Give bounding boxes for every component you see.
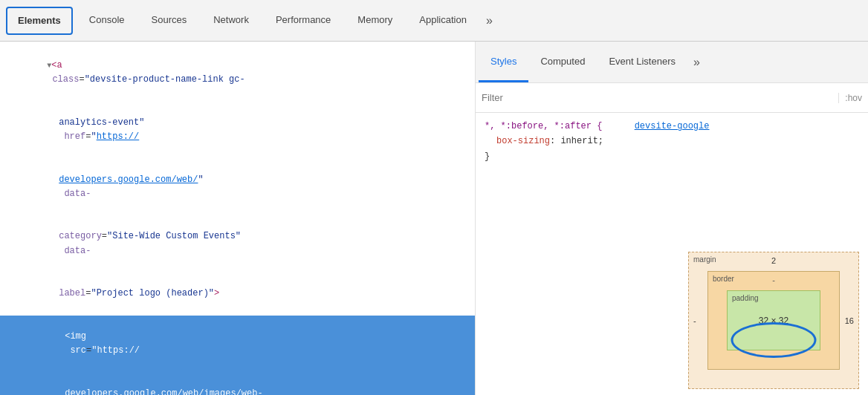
border-label: border — [713, 275, 734, 283]
html-line-cont2: developers.google.com/web/" data- — [0, 159, 475, 216]
border-top-value: - — [772, 275, 775, 284]
img-tag: <img — [65, 331, 86, 342]
tab-network[interactable]: Network — [200, 0, 262, 41]
hover-hint: :hov — [838, 93, 862, 103]
tab-overflow[interactable]: » — [480, 0, 499, 41]
html-line: ▼<a class="devsite-product-name-link gc- — [0, 45, 475, 102]
right-panel: Styles Computed Event Listeners » :hov *… — [476, 42, 868, 395]
img-url-part1: developers.google.com/web/images/web- — [65, 388, 262, 396]
html-line-selected[interactable]: <img src="https:// — [0, 316, 475, 373]
attr-data-category: data- — [59, 189, 91, 199]
html-line-cont1: analytics-event" href="https:// — [0, 102, 475, 159]
subtab-computed[interactable]: Computed — [528, 42, 597, 82]
css-rule-close: } — [485, 149, 859, 164]
subtab-styles[interactable]: Styles — [479, 42, 528, 82]
subtab-overflow[interactable]: » — [687, 42, 706, 82]
tab-elements[interactable]: Elements — [6, 7, 73, 35]
subtab-event-listeners[interactable]: Event Listeners — [597, 42, 687, 82]
css-close-brace: } — [485, 151, 490, 162]
box-model: margin 2 16 - border - padding 32 × 32 — [688, 252, 859, 389]
tag-open: <a — [51, 60, 62, 71]
tab-memory[interactable]: Memory — [344, 0, 406, 41]
css-val-inherit: inherit — [560, 136, 597, 146]
css-rule-universal: *, *:before, *:after { devsite-google bo… — [485, 119, 859, 164]
img-src-val: "https:// — [91, 345, 140, 356]
margin-right-value: 16 — [845, 316, 854, 325]
attr-href-close: " — [198, 174, 203, 185]
box-model-container: margin 2 16 - border - padding 32 × 32 — [476, 246, 868, 395]
html-line-cont3: category="Site-Wide Custom Events" data- — [0, 215, 475, 272]
padding-label: padding — [732, 294, 759, 302]
css-selector: *, *:before, *:after { — [485, 121, 602, 131]
sub-tab-bar: Styles Computed Event Listeners » — [476, 42, 868, 83]
attr-label-name: label — [59, 288, 85, 298]
attr-category-val: "Site-Wide Custom Events" — [107, 231, 241, 241]
css-rule-header: *, *:before, *:after { devsite-google — [485, 119, 859, 134]
attr-label-val: "Project logo (header)" — [91, 288, 214, 298]
css-rule-property: box-sizing: inherit; — [485, 134, 859, 148]
attr-data-label: data- — [59, 246, 91, 256]
box-model-oval — [731, 322, 817, 358]
attr-class-value: "devsite-product-name-link gc- — [85, 74, 245, 85]
html-line-cont4: label="Project logo (header)"> — [0, 272, 475, 316]
tab-performance[interactable]: Performance — [262, 0, 344, 41]
url-link-main[interactable]: developers.google.com/web/ — [59, 174, 198, 185]
main-content: ▼<a class="devsite-product-name-link gc-… — [0, 42, 868, 395]
attr-analytics-event: analytics-event" — [59, 117, 144, 128]
css-semicolon: ; — [598, 136, 603, 146]
filter-bar: :hov — [476, 83, 868, 113]
top-tab-bar: Elements Console Sources Network Perform… — [0, 0, 868, 42]
css-source-link[interactable]: devsite-google — [635, 121, 710, 131]
css-rules: *, *:before, *:after { devsite-google bo… — [476, 113, 868, 246]
css-prop-box-sizing: box-sizing — [496, 136, 550, 146]
attr-href-value: "https:// — [91, 131, 139, 142]
attr-class-name: class — [47, 74, 79, 85]
attr-href-name: href — [59, 131, 85, 142]
tab-sources[interactable]: Sources — [138, 0, 201, 41]
margin-label: margin — [693, 255, 716, 264]
href-link[interactable]: https:// — [97, 131, 140, 142]
margin-left-value: - — [693, 316, 696, 325]
attr-category-name: category — [59, 231, 102, 241]
tab-application[interactable]: Application — [406, 0, 480, 41]
html-line-selected-2[interactable]: developers.google.com/web/images/web- — [0, 372, 475, 395]
margin-top-value: 2 — [771, 256, 776, 265]
filter-input[interactable] — [482, 92, 832, 103]
tab-console[interactable]: Console — [76, 0, 138, 41]
img-src-attr: src — [65, 345, 86, 356]
html-panel[interactable]: ▼<a class="devsite-product-name-link gc-… — [0, 42, 476, 395]
css-colon: : — [550, 136, 560, 146]
